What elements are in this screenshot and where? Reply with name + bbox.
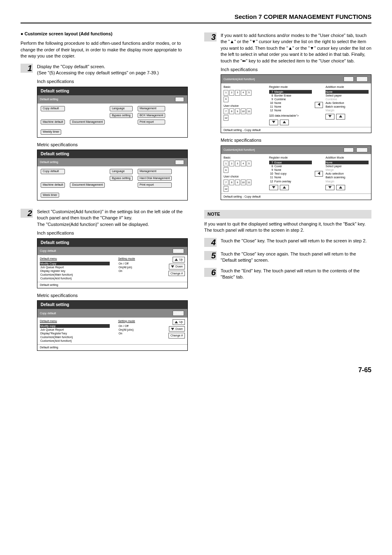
back-button[interactable]: Back [344,76,354,81]
list-item[interactable]: Modify Copy [40,262,110,265]
list-row[interactable]: 7Erase [269,161,312,164]
up-button[interactable]: Up [173,319,185,325]
basic-label: Basic [224,85,267,89]
list-row[interactable]: 8Border Erase [269,94,312,97]
list-row[interactable]: 12None [269,108,312,112]
list-row[interactable]: Batch scanning [325,175,369,179]
list-row[interactable]: Margin [325,108,369,112]
list-row[interactable]: 12Form overlay [269,180,312,183]
copy-default-button[interactable]: Copy default [41,169,65,174]
list-item[interactable]: Job Queue Report [40,328,110,332]
list-item-mode: On [118,269,160,273]
box-mgmt-button[interactable]: BOX Management [138,113,166,118]
weekly-timer-button[interactable]: Weekly timer [41,129,61,134]
bar-label: Default setting [40,160,58,164]
up-arrow-button[interactable] [280,120,289,125]
down-arrow-button[interactable] [325,185,334,191]
up-arrow-button[interactable] [336,185,345,191]
step-body: Display the "Copy default" screen. (See … [37,64,188,205]
list-row[interactable]: 10None [269,101,312,105]
addition-header: Addition mode [325,85,369,89]
close-button[interactable]: Close [356,147,368,152]
change-button[interactable]: Change # [168,333,185,339]
machine-default-button[interactable]: Machine default [41,120,65,124]
close-button[interactable]: Close [173,249,184,253]
close-button[interactable]: Close [356,76,368,81]
step-line: Touch the "Close" key once again. The to… [221,251,371,264]
list-row[interactable]: None [325,90,369,94]
list-row[interactable]: Auto Selection [325,101,369,105]
numpad: 123456 [224,90,252,102]
list-item-mode: On(All job) [118,265,160,269]
up-arrow-button[interactable] [280,185,289,191]
end-button[interactable]: End [175,160,184,165]
copy-default-button[interactable]: Copy default [41,106,65,111]
left-arrow-button[interactable] [315,102,323,108]
down-button[interactable]: Down [169,326,185,332]
step-body: Touch the "Close" key once again. The to… [221,251,371,264]
list-row[interactable]: Combine [325,97,369,101]
hdd-mgmt-button[interactable]: Hard Disk Management [138,176,172,181]
column-header: Default menu [40,319,110,323]
list-row[interactable]: 9None [269,168,312,172]
list-item[interactable]: Display register key [40,269,110,273]
document-mgmt-button[interactable]: Document Management [70,182,105,187]
machine-default-button[interactable]: Machine default [41,182,65,187]
list-item[interactable]: Display"Register"key [40,332,110,335]
change-button[interactable]: Change # [168,271,185,276]
list-row[interactable]: 11None [269,105,312,108]
triangle-down-icon [272,186,275,189]
list-row[interactable]: Margin [325,180,369,183]
column-header: Default menu [40,257,110,261]
list-row[interactable]: 7Margin [269,90,312,94]
list-row[interactable]: Batch scanning [325,105,369,108]
left-arrow-button[interactable] [315,171,323,177]
list-row[interactable]: Auto selection [325,172,369,175]
left-pane: Basic 123456 User choice 789101112 [224,85,267,125]
print-report-button[interactable]: Print report [138,182,172,187]
triangle-up-icon [283,121,286,123]
language-button[interactable]: Language [110,106,133,111]
bypass-button[interactable]: Bypass setting [110,176,133,181]
list-row[interactable]: 8Cover [269,164,312,168]
list-item[interactable]: Customize(Add function) [40,339,110,343]
list-row[interactable]: Select paper [325,94,369,97]
numpad: 123456 [224,161,252,173]
list-row[interactable]: 10Test copy [269,172,312,175]
list-item[interactable]: Customize(Add function) [40,276,110,280]
down-button[interactable]: Down [169,264,185,269]
list-item[interactable]: Job Queue Report [40,265,110,269]
end-button[interactable]: End [175,97,184,102]
step-line: Display the "Copy default" screen. [37,64,188,70]
management-button[interactable]: Management [138,106,166,111]
list-item[interactable]: Customize(Main function) [40,335,110,339]
document-mgmt-button[interactable]: Document Management [70,120,105,124]
spec-label: Inch specifications [221,67,371,73]
week-timer-button[interactable]: Week timer [41,193,59,198]
language-button[interactable]: Language [110,169,133,174]
list-row[interactable]: Select paper [325,164,369,168]
list-row[interactable]: Merge [325,168,369,172]
step-1: 1 Display the "Copy default" screen. (Se… [21,64,188,205]
column-header: Setting mode [118,257,160,261]
list-row[interactable]: None [325,161,369,164]
mode-column: Setting mode On / OffOn(All job)On [118,257,160,280]
screen-title: Default setting [37,239,187,247]
list-item[interactable]: Modify copy [40,324,110,328]
bypass-button[interactable]: Bypass setting [110,113,133,118]
triangle-up-icon [339,186,342,189]
down-arrow-button[interactable] [325,114,334,120]
management-button[interactable]: Management [138,169,172,174]
back-button[interactable]: Back [344,147,354,152]
list-row[interactable]: 9Combine [269,97,312,101]
close-button[interactable]: Close [173,311,184,315]
list-row[interactable]: 11None [269,175,312,179]
down-arrow-button[interactable] [269,185,278,191]
up-arrow-button[interactable] [336,114,345,120]
list-item[interactable]: Customize(Main function) [40,273,110,276]
screen-footer: Default setting - Copy default [221,193,371,200]
print-report-button[interactable]: Print report [138,120,166,124]
screen-footer: Default setting [37,282,187,288]
down-arrow-button[interactable] [269,120,278,125]
up-button[interactable]: Up [173,257,185,263]
